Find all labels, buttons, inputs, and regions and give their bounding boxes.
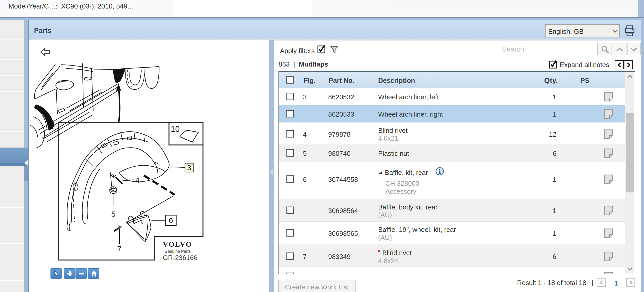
svg-text:GR-236166: GR-236166 bbox=[163, 254, 197, 262]
svg-text:5: 5 bbox=[111, 210, 116, 218]
svg-text:6: 6 bbox=[169, 216, 173, 225]
svg-text:VOLVO: VOLVO bbox=[163, 240, 192, 248]
svg-text:10: 10 bbox=[171, 125, 180, 134]
svg-text:7: 7 bbox=[117, 245, 122, 253]
svg-text:3: 3 bbox=[187, 164, 191, 172]
svg-text:Genuine Parts: Genuine Parts bbox=[164, 249, 191, 254]
svg-text:4: 4 bbox=[135, 176, 140, 184]
